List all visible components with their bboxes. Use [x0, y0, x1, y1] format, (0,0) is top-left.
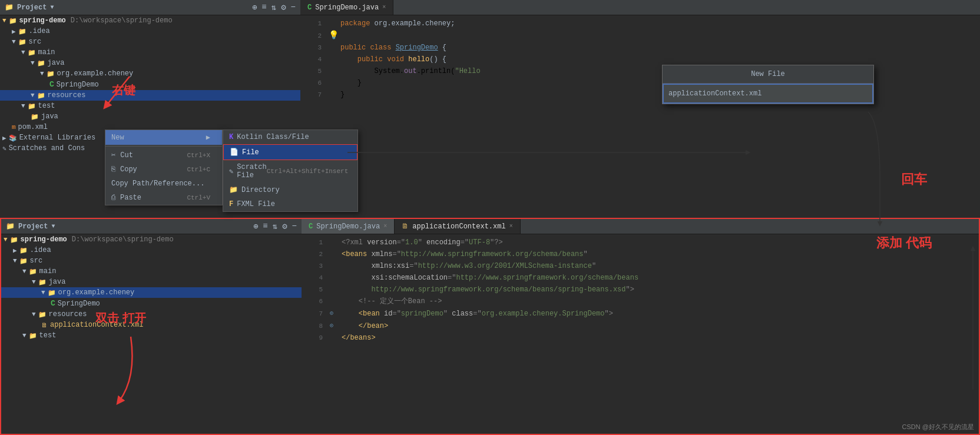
chevron-open-icon: ▼	[32, 278, 36, 285]
chevron-open-icon: ▼	[21, 49, 25, 56]
watermark: CSDN @好久不见的流星	[902, 423, 974, 431]
new-submenu: K Kotlin Class/File 📄 File ✎ Scratch Fil…	[223, 129, 358, 212]
settings-icon[interactable]: ⚙	[282, 221, 287, 231]
tree-item-package[interactable]: ▼ 📁 org.example.cheney	[0, 68, 300, 79]
tab-appcontext[interactable]: 🗎 applicationContext.xml ×	[395, 219, 520, 234]
tree-item-spring-demo[interactable]: ▼ 📁 spring-demo D:\workspace\spring-demo	[0, 15, 300, 26]
double-click-arrow	[84, 331, 154, 419]
test-label: test	[38, 102, 55, 110]
tree-item-test-java[interactable]: 📁 java	[0, 111, 300, 122]
tree-item-spring-demo[interactable]: ▼ 📁 spring-demo D:\workspace\spring-demo	[1, 234, 302, 245]
close-icon[interactable]: −	[291, 2, 296, 12]
xml-file-icon: 🗎	[41, 321, 48, 329]
menu-item-new[interactable]: New ▶	[105, 130, 222, 145]
xml-line-5: 5 http://www.springframework.org/schema/…	[302, 284, 979, 295]
new-file-input[interactable]	[663, 84, 873, 104]
spring-demo-path: D:\workspace\spring-demo	[72, 235, 174, 244]
cut-label: Cut	[120, 151, 133, 160]
tab-close[interactable]: ×	[383, 223, 387, 230]
tree-item-test[interactable]: ▼ 📁 test	[0, 101, 300, 111]
bottom-panel-icons: ⊕ ≡ ⇅ ⚙ −	[253, 221, 297, 231]
copy-path-label: Copy Path/Reference...	[111, 180, 204, 188]
settings-icon[interactable]: ⚙	[281, 2, 286, 12]
copy-shortcut: Ctrl+C	[187, 166, 210, 173]
collapse-icon[interactable]: ≡	[263, 221, 267, 231]
submenu-directory[interactable]: 📁 Directory	[223, 182, 357, 197]
chevron-icon: ▼	[50, 4, 54, 11]
locate-icon[interactable]: ⊕	[253, 221, 258, 231]
locate-icon[interactable]: ⊕	[252, 2, 257, 12]
tree-item-java[interactable]: ▼ 📁 java	[0, 58, 300, 68]
tree-item-src[interactable]: ▼ 📁 src	[0, 36, 300, 47]
sort-icon[interactable]: ⇅	[272, 2, 276, 12]
bean-close-gutter-icon: ⊙	[330, 323, 333, 329]
chevron-open-icon: ▼	[13, 257, 17, 264]
bottom-project-tree: ▼ 📁 spring-demo D:\workspace\spring-demo…	[1, 234, 302, 341]
chevron-icon: ▶	[12, 28, 16, 35]
tree-item-main[interactable]: ▼ 📁 main	[0, 47, 300, 58]
context-menu[interactable]: New ▶ ✂ Cut Ctrl+X ⎘ Copy	[105, 129, 223, 205]
chevron-open-icon: ▼	[41, 289, 45, 296]
dialog-title: New File	[663, 65, 873, 84]
tab-springdemo[interactable]: C SpringDemo.java ×	[300, 0, 393, 15]
folder-icon: 📁	[10, 236, 18, 244]
submenu-file[interactable]: 📄 File	[223, 144, 357, 160]
folder-icon: 📁	[28, 102, 36, 110]
tree-item-idea[interactable]: ▶ 📁 .idea	[1, 245, 302, 255]
cut-shortcut: Ctrl+X	[187, 152, 210, 159]
submenu-scratch[interactable]: ✎ Scratch File Ctrl+Alt+Shift+Insert	[223, 160, 357, 182]
minimize-icon[interactable]: −	[292, 221, 297, 231]
tree-item-springdemo[interactable]: C SpringDemo	[1, 298, 302, 309]
tree-item-springdemo[interactable]: C SpringDemo	[0, 79, 300, 90]
tab-springdemo-bottom[interactable]: C SpringDemo.java ×	[302, 219, 395, 234]
submenu-arrow: ▶	[206, 133, 210, 142]
copy-label: Copy	[120, 165, 137, 174]
folder-icon: 📁	[18, 38, 27, 46]
test-label: test	[39, 331, 57, 340]
tab-close2[interactable]: ×	[509, 223, 513, 230]
scratch-shortcut: Ctrl+Alt+Shift+Insert	[267, 168, 349, 175]
tree-item-resources[interactable]: ▼ 📁 resources	[1, 309, 302, 320]
tree-item-appcontext[interactable]: 🗎 applicationContext.xml	[1, 320, 302, 330]
folder-open-icon: ▼	[2, 17, 6, 24]
chevron-open-icon: ▼	[31, 92, 35, 99]
scratch-label: Scratch File	[237, 163, 266, 180]
java-tab-icon: C	[309, 223, 313, 231]
external-label: External Libraries	[19, 134, 96, 142]
sort-icon[interactable]: ⇅	[273, 221, 277, 231]
menu-item-copy[interactable]: ⎘ Copy Ctrl+C	[105, 162, 222, 177]
tree-item-src[interactable]: ▼ 📁 src	[1, 255, 302, 266]
menu-item-copy-path[interactable]: Copy Path/Reference...	[105, 177, 222, 191]
src-label: src	[30, 257, 43, 265]
tree-item-main[interactable]: ▼ 📁 main	[1, 266, 302, 277]
chevron-open-icon: ▼	[40, 70, 44, 77]
collapse-icon[interactable]: ≡	[261, 2, 266, 12]
bottom-section: 📁 Project ▼ ⊕ ≡ ⇅ ⚙ − ▼ 📁 spring-demo D:…	[0, 218, 980, 435]
menu-item-cut[interactable]: ✂ Cut Ctrl+X	[105, 148, 222, 162]
library-icon: 📚	[9, 134, 17, 142]
src-label: src	[29, 38, 42, 46]
spring-demo-label: spring-demo	[21, 235, 67, 244]
menu-item-paste[interactable]: ⎙ Paste Ctrl+V	[105, 191, 222, 205]
submenu-fxml[interactable]: F FXML File	[223, 197, 357, 211]
folder-icon: 📁	[38, 311, 47, 318]
editor-tabs: C SpringDemo.java ×	[300, 0, 980, 15]
tab-close-icon[interactable]: ×	[382, 4, 386, 11]
fxml-icon: F	[229, 200, 233, 208]
folder-icon: 📁	[6, 222, 15, 231]
submenu-kotlin[interactable]: K Kotlin Class/File	[223, 130, 357, 144]
folder-icon: 📁	[38, 278, 47, 286]
folder-icon: 📁	[37, 59, 45, 67]
directory-icon: 📁	[229, 185, 238, 194]
folder-icon: 📁	[19, 257, 28, 265]
paste-shortcut: Ctrl+V	[187, 194, 210, 201]
tree-item-resources[interactable]: ▼ 📁 resources	[0, 90, 300, 101]
add-code-annotation: 添加 代码	[876, 234, 932, 252]
file-label: File	[242, 148, 259, 157]
main-label: main	[39, 267, 57, 275]
tree-item-package[interactable]: ▼ 📁 org.example.cheney	[1, 287, 302, 298]
tree-item-idea[interactable]: ▶ 📁 .idea	[0, 26, 300, 36]
tree-item-java[interactable]: ▼ 📁 java	[1, 277, 302, 287]
folder-icon: 📁	[18, 28, 27, 35]
bean-gutter-icon: ⊙	[330, 310, 333, 317]
